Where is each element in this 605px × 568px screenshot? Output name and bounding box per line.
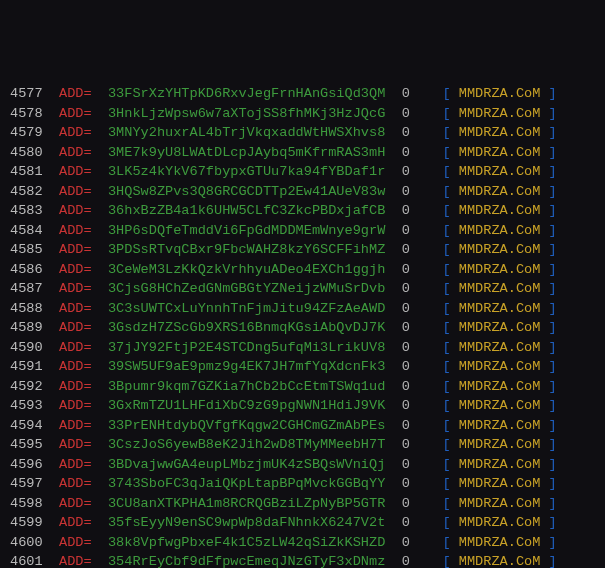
close-bracket: ] bbox=[549, 184, 557, 199]
key-label: ADD= bbox=[59, 496, 92, 511]
open-bracket: [ bbox=[442, 340, 450, 355]
close-bracket: ] bbox=[549, 281, 557, 296]
log-row: 4594 ADD= 33PrENHtdybQVfgfKqgw2CGHCmGZmA… bbox=[10, 416, 595, 436]
count-value: 0 bbox=[402, 457, 410, 472]
close-bracket: ] bbox=[549, 242, 557, 257]
close-bracket: ] bbox=[549, 145, 557, 160]
open-bracket: [ bbox=[442, 535, 450, 550]
close-bracket: ] bbox=[549, 262, 557, 277]
row-index: 4599 bbox=[10, 515, 43, 530]
address-value: 3CszJoS6yewB8eK2Jih2wD8TMyMMeebH7T bbox=[108, 437, 385, 452]
row-index: 4589 bbox=[10, 320, 43, 335]
log-row: 4578 ADD= 3HnkLjzWpsw6w7aXTojSS8fhMKj3Hz… bbox=[10, 104, 595, 124]
log-row: 4583 ADD= 36hxBzZB4a1k6UHW5CLfC3ZkcPBDxj… bbox=[10, 201, 595, 221]
open-bracket: [ bbox=[442, 125, 450, 140]
key-label: ADD= bbox=[59, 86, 92, 101]
close-bracket: ] bbox=[549, 320, 557, 335]
open-bracket: [ bbox=[442, 106, 450, 121]
count-value: 0 bbox=[402, 86, 410, 101]
close-bracket: ] bbox=[549, 457, 557, 472]
source-label: MMDRZA.CoM bbox=[459, 359, 541, 374]
source-label: MMDRZA.CoM bbox=[459, 223, 541, 238]
close-bracket: ] bbox=[549, 340, 557, 355]
open-bracket: [ bbox=[442, 184, 450, 199]
log-row: 4579 ADD= 3MNYy2huxrAL4bTrjVkqxaddWtHWSX… bbox=[10, 123, 595, 143]
open-bracket: [ bbox=[442, 301, 450, 316]
open-bracket: [ bbox=[442, 262, 450, 277]
source-label: MMDRZA.CoM bbox=[459, 476, 541, 491]
key-label: ADD= bbox=[59, 203, 92, 218]
close-bracket: ] bbox=[549, 379, 557, 394]
count-value: 0 bbox=[402, 535, 410, 550]
row-index: 4579 bbox=[10, 125, 43, 140]
row-index: 4581 bbox=[10, 164, 43, 179]
row-index: 4600 bbox=[10, 535, 43, 550]
row-index: 4593 bbox=[10, 398, 43, 413]
log-row: 4596 ADD= 3BDvajwwGA4eupLMbzjmUK4zSBQsWV… bbox=[10, 455, 595, 475]
source-label: MMDRZA.CoM bbox=[459, 125, 541, 140]
source-label: MMDRZA.CoM bbox=[459, 418, 541, 433]
source-label: MMDRZA.CoM bbox=[459, 515, 541, 530]
address-value: 3Bpumr9kqm7GZKia7hCb2bCcEtmTSWq1ud bbox=[108, 379, 385, 394]
log-row: 4597 ADD= 3743SboFC3qJaiQKpLtapBPqMvckGG… bbox=[10, 474, 595, 494]
source-label: MMDRZA.CoM bbox=[459, 301, 541, 316]
open-bracket: [ bbox=[442, 203, 450, 218]
row-index: 4587 bbox=[10, 281, 43, 296]
source-label: MMDRZA.CoM bbox=[459, 184, 541, 199]
key-label: ADD= bbox=[59, 437, 92, 452]
close-bracket: ] bbox=[549, 535, 557, 550]
close-bracket: ] bbox=[549, 515, 557, 530]
log-row: 4589 ADD= 3GsdzH7ZScGb9XRS16BnmqKGsiAbQv… bbox=[10, 318, 595, 338]
count-value: 0 bbox=[402, 164, 410, 179]
address-value: 3CeWeM3LzKkQzkVrhhyuADeo4EXCh1ggjh bbox=[108, 262, 385, 277]
source-label: MMDRZA.CoM bbox=[459, 242, 541, 257]
log-output: 4577 ADD= 33FSrXzYHTpKD6RxvJegFrnHAnGsiQ… bbox=[10, 84, 595, 568]
close-bracket: ] bbox=[549, 125, 557, 140]
count-value: 0 bbox=[402, 379, 410, 394]
address-value: 3ME7k9yU8LWAtDLcpJAybq5mKfrmRAS3mH bbox=[108, 145, 385, 160]
close-bracket: ] bbox=[549, 496, 557, 511]
key-label: ADD= bbox=[59, 340, 92, 355]
open-bracket: [ bbox=[442, 223, 450, 238]
source-label: MMDRZA.CoM bbox=[459, 164, 541, 179]
open-bracket: [ bbox=[442, 515, 450, 530]
row-index: 4595 bbox=[10, 437, 43, 452]
open-bracket: [ bbox=[442, 281, 450, 296]
count-value: 0 bbox=[402, 515, 410, 530]
log-row: 4595 ADD= 3CszJoS6yewB8eK2Jih2wD8TMyMMee… bbox=[10, 435, 595, 455]
address-value: 3HQSw8ZPvs3Q8GRCGCDTTp2Ew41AUeV83w bbox=[108, 184, 385, 199]
key-label: ADD= bbox=[59, 476, 92, 491]
open-bracket: [ bbox=[442, 457, 450, 472]
close-bracket: ] bbox=[549, 476, 557, 491]
count-value: 0 bbox=[402, 262, 410, 277]
source-label: MMDRZA.CoM bbox=[459, 398, 541, 413]
key-label: ADD= bbox=[59, 398, 92, 413]
count-value: 0 bbox=[402, 554, 410, 568]
source-label: MMDRZA.CoM bbox=[459, 86, 541, 101]
source-label: MMDRZA.CoM bbox=[459, 496, 541, 511]
log-row: 4592 ADD= 3Bpumr9kqm7GZKia7hCb2bCcEtmTSW… bbox=[10, 377, 595, 397]
close-bracket: ] bbox=[549, 86, 557, 101]
key-label: ADD= bbox=[59, 242, 92, 257]
log-row: 4586 ADD= 3CeWeM3LzKkQzkVrhhyuADeo4EXCh1… bbox=[10, 260, 595, 280]
key-label: ADD= bbox=[59, 106, 92, 121]
key-label: ADD= bbox=[59, 164, 92, 179]
count-value: 0 bbox=[402, 340, 410, 355]
row-index: 4582 bbox=[10, 184, 43, 199]
log-row: 4585 ADD= 3PDSsRTvqCBxr9FbcWAHZ8kzY6SCFF… bbox=[10, 240, 595, 260]
row-index: 4592 bbox=[10, 379, 43, 394]
source-label: MMDRZA.CoM bbox=[459, 340, 541, 355]
key-label: ADD= bbox=[59, 320, 92, 335]
count-value: 0 bbox=[402, 398, 410, 413]
row-index: 4597 bbox=[10, 476, 43, 491]
open-bracket: [ bbox=[442, 379, 450, 394]
log-row: 4584 ADD= 3HP6sDQfeTmddVi6FpGdMDDMEmWnye… bbox=[10, 221, 595, 241]
source-label: MMDRZA.CoM bbox=[459, 281, 541, 296]
address-value: 3HnkLjzWpsw6w7aXTojSS8fhMKj3HzJQcG bbox=[108, 106, 385, 121]
count-value: 0 bbox=[402, 320, 410, 335]
row-index: 4585 bbox=[10, 242, 43, 257]
count-value: 0 bbox=[402, 301, 410, 316]
open-bracket: [ bbox=[442, 242, 450, 257]
count-value: 0 bbox=[402, 184, 410, 199]
source-label: MMDRZA.CoM bbox=[459, 437, 541, 452]
